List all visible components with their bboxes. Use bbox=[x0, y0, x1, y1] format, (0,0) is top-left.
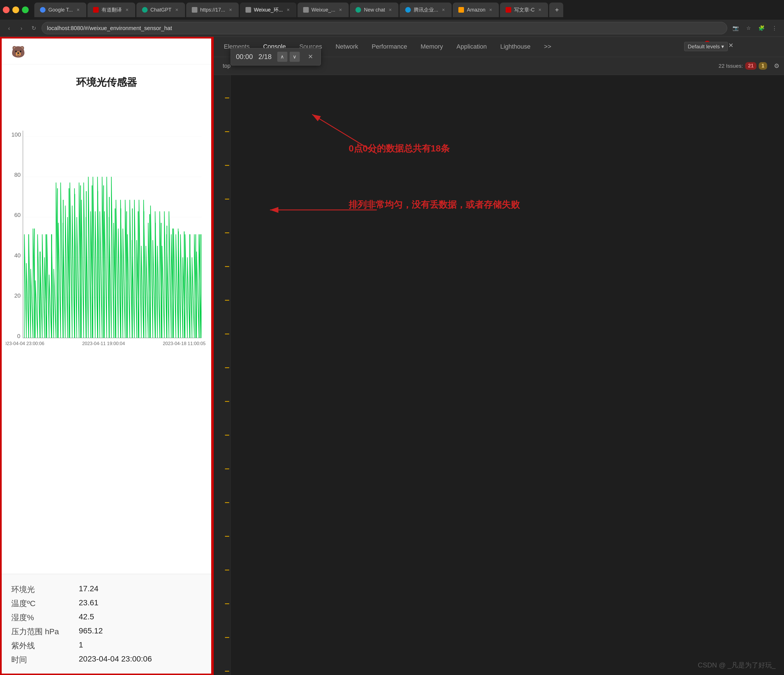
svg-text:2023-04-18 11:00:05: 2023-04-18 11:00:05 bbox=[163, 341, 205, 346]
svg-text:100: 100 bbox=[11, 131, 21, 138]
tab-network[interactable]: Network bbox=[330, 41, 364, 53]
sensor-row-humidity: 湿度% 42.5 bbox=[11, 611, 202, 625]
svg-rect-55 bbox=[225, 334, 229, 334]
reload-button[interactable]: ↻ bbox=[29, 23, 38, 33]
search-next-button[interactable]: ∨ bbox=[289, 52, 300, 62]
sensor-row-ambient: 环境光 17.24 bbox=[11, 583, 202, 597]
tab-close-tencent[interactable]: ✕ bbox=[441, 7, 446, 12]
tab-close-csdn[interactable]: ✕ bbox=[537, 7, 543, 12]
svg-rect-50 bbox=[225, 165, 229, 166]
tab-performance[interactable]: Performance bbox=[366, 41, 413, 53]
tab-chatgpt[interactable]: ChatGPT ✕ bbox=[136, 3, 185, 17]
browser-chrome: Google T... ✕ 有道翻译 ✕ ChatGPT ✕ https://1… bbox=[0, 0, 784, 37]
sensor-label-temp: 温度ºC bbox=[11, 598, 67, 609]
sensor-label-ambient: 环境光 bbox=[11, 584, 67, 595]
sensor-data-panel: 环境光 17.24 温度ºC 23.61 湿度% 42.5 压力范围 hPa 9… bbox=[0, 574, 213, 675]
svg-rect-49 bbox=[225, 131, 229, 132]
search-popup: 00:00 2/18 ∧ ∨ ✕ bbox=[230, 48, 321, 65]
svg-text:60: 60 bbox=[14, 212, 21, 218]
sensor-label-humidity: 湿度% bbox=[11, 612, 67, 623]
svg-rect-60 bbox=[225, 502, 229, 503]
tab-google[interactable]: Google T... ✕ bbox=[34, 3, 86, 17]
address-field[interactable]: localhost:8080/#/weixue_environment_sens… bbox=[42, 22, 727, 34]
sensor-value-pressure: 965.12 bbox=[79, 626, 103, 637]
back-button[interactable]: ‹ bbox=[5, 23, 14, 33]
tab-csdn[interactable]: 写文章-C ✕ bbox=[500, 3, 548, 17]
svg-text:2023-04-11 19:00:04: 2023-04-11 19:00:04 bbox=[82, 341, 125, 346]
svg-text:2023-04-04 23:00:06: 2023-04-04 23:00:06 bbox=[6, 341, 44, 346]
sensor-label-time: 时间 bbox=[11, 655, 67, 665]
sensor-value-uv: 1 bbox=[79, 641, 83, 651]
svg-rect-58 bbox=[225, 435, 229, 436]
svg-rect-51 bbox=[225, 199, 229, 200]
web-panel-header: 🐻 bbox=[0, 37, 213, 64]
sensor-value-humidity: 42.5 bbox=[79, 612, 94, 623]
tab-weixue2[interactable]: Weixue_... ✕ bbox=[297, 3, 349, 17]
minimize-traffic-light[interactable] bbox=[12, 6, 19, 13]
watermark: CSDN @ _凡是为了好玩_ bbox=[698, 661, 776, 670]
screenshot-icon[interactable]: 📷 bbox=[731, 23, 741, 33]
devtools-sidebar-strip bbox=[214, 75, 230, 675]
chart-svg: 0 20 40 60 80 100 bbox=[6, 98, 207, 351]
chart-container: 0 20 40 60 80 100 bbox=[6, 98, 207, 351]
svg-text:40: 40 bbox=[14, 252, 21, 259]
svg-rect-61 bbox=[225, 536, 229, 537]
devtools-secondary-settings[interactable]: ⚙ bbox=[774, 62, 779, 70]
forward-button[interactable]: › bbox=[17, 23, 26, 33]
tab-amazon[interactable]: Amazon ✕ bbox=[453, 3, 499, 17]
tab-close-weixue[interactable]: ✕ bbox=[286, 7, 291, 12]
search-close-button[interactable]: ✕ bbox=[305, 52, 316, 62]
sensor-row-uv: 紫外线 1 bbox=[11, 639, 202, 653]
svg-rect-52 bbox=[225, 233, 229, 233]
issues-error-badge[interactable]: 21 bbox=[745, 62, 756, 70]
tab-lighthouse[interactable]: Lighthouse bbox=[495, 41, 536, 53]
close-traffic-light[interactable] bbox=[3, 6, 9, 13]
tab-close-youdao[interactable]: ✕ bbox=[124, 7, 130, 12]
bear-logo-icon: 🐻 bbox=[11, 45, 25, 59]
svg-rect-54 bbox=[225, 300, 229, 301]
tab-close-google[interactable]: ✕ bbox=[76, 7, 81, 12]
toolbar-icons: 📷 ☆ 🧩 ⋮ bbox=[731, 23, 779, 33]
search-count: 2/18 bbox=[258, 53, 272, 61]
svg-rect-48 bbox=[225, 98, 229, 98]
svg-rect-64 bbox=[225, 637, 229, 638]
search-prev-button[interactable]: ∧ bbox=[277, 52, 288, 62]
bookmark-icon[interactable]: ☆ bbox=[744, 23, 754, 33]
svg-rect-56 bbox=[225, 367, 229, 368]
annotation-text-2: 排列非常均匀，没有丢数据，或者存储失败 bbox=[349, 199, 520, 211]
tab-youdao[interactable]: 有道翻译 ✕ bbox=[87, 3, 135, 17]
extensions-icon[interactable]: 🧩 bbox=[756, 23, 767, 33]
tab-more[interactable]: >> bbox=[538, 41, 557, 53]
devtools-close-icon[interactable]: ✕ bbox=[728, 42, 733, 49]
tab-close-new-chat[interactable]: ✕ bbox=[388, 7, 393, 12]
svg-text:80: 80 bbox=[14, 171, 21, 178]
svg-rect-63 bbox=[225, 604, 229, 604]
issues-warn-badge[interactable]: 1 bbox=[759, 62, 767, 70]
sensor-label-pressure: 压力范围 hPa bbox=[11, 626, 67, 637]
tab-tencent[interactable]: 腾讯企业... ✕ bbox=[400, 3, 452, 17]
sensor-value-ambient: 17.24 bbox=[79, 584, 98, 595]
web-panel: 🐻 环境光传感器 0 20 40 60 80 100 bbox=[0, 37, 214, 675]
search-nav: ∧ ∨ bbox=[277, 52, 300, 62]
devtools-panel: Elements Console Sources Network Perform… bbox=[214, 37, 784, 675]
devtools-content: 0点0分的数据总共有18条 排列非常均匀，没有丢数据，或者存储失败 bbox=[214, 75, 784, 675]
tab-memory[interactable]: Memory bbox=[415, 41, 448, 53]
tab-close-https17[interactable]: ✕ bbox=[228, 7, 233, 12]
default-levels-selector[interactable]: Default levels ▾ bbox=[684, 42, 728, 51]
add-tab-button[interactable]: + bbox=[549, 3, 563, 17]
tab-https17[interactable]: https://17... ✕ bbox=[186, 3, 239, 17]
svg-line-68 bbox=[312, 114, 377, 154]
tab-new-chat[interactable]: New chat ✕ bbox=[350, 3, 398, 17]
annotation-container: 0点0分的数据总共有18条 排列非常均匀，没有丢数据，或者存储失败 bbox=[214, 75, 784, 675]
tab-close-amazon[interactable]: ✕ bbox=[488, 7, 493, 12]
sensor-value-time: 2023-04-04 23:00:06 bbox=[79, 655, 152, 665]
svg-text:20: 20 bbox=[14, 292, 21, 299]
tab-application[interactable]: Application bbox=[451, 41, 492, 53]
svg-text:0: 0 bbox=[17, 333, 20, 339]
tab-weixue-active[interactable]: Weixue_环... ✕ bbox=[240, 3, 296, 17]
address-bar-row: ‹ › ↻ localhost:8080/#/weixue_environmen… bbox=[0, 20, 784, 37]
tab-close-chatgpt[interactable]: ✕ bbox=[174, 7, 179, 12]
fullscreen-traffic-light[interactable] bbox=[22, 6, 29, 13]
tab-close-weixue2[interactable]: ✕ bbox=[338, 7, 343, 12]
menu-icon[interactable]: ⋮ bbox=[769, 23, 779, 33]
